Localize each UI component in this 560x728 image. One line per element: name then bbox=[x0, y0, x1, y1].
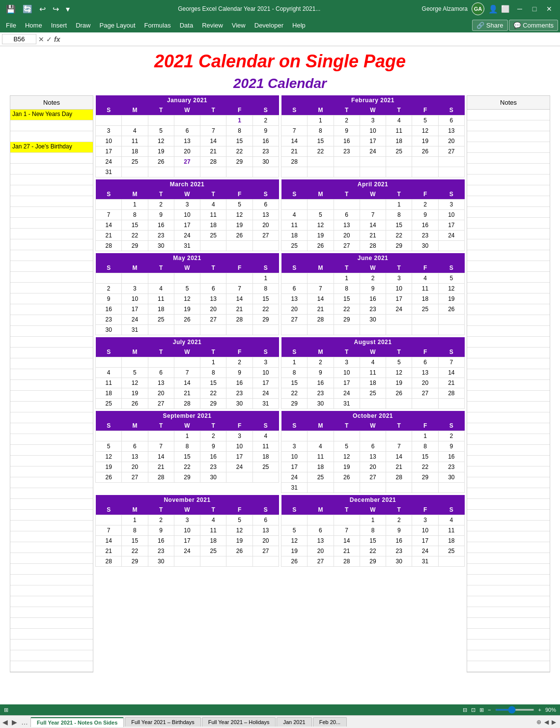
th: S bbox=[438, 505, 464, 515]
cal-cell: 31 bbox=[334, 399, 360, 409]
zoom-out-icon[interactable]: − bbox=[488, 707, 491, 713]
cal-cell bbox=[334, 200, 360, 210]
cal-cell: 29 bbox=[252, 315, 279, 325]
menu-insert[interactable]: Insert bbox=[47, 20, 71, 30]
user-avatar[interactable]: GA bbox=[472, 2, 484, 15]
menu-page-layout[interactable]: Page Layout bbox=[96, 20, 140, 30]
save-icon[interactable]: 💾 bbox=[4, 3, 18, 15]
th: W bbox=[360, 189, 386, 200]
normal-view-icon[interactable]: ⊟ bbox=[463, 707, 467, 713]
cal-cell: 23 bbox=[148, 231, 174, 241]
cal-cell: 30 bbox=[96, 325, 122, 335]
formula-input[interactable] bbox=[62, 34, 558, 44]
th: F bbox=[412, 347, 438, 357]
close-btn[interactable]: ✕ bbox=[542, 2, 556, 16]
menu-developer[interactable]: Developer bbox=[251, 20, 287, 30]
cancel-icon[interactable]: ✓ bbox=[46, 35, 52, 43]
cal-cell: 29 bbox=[281, 399, 308, 409]
menu-draw[interactable]: Draw bbox=[72, 20, 94, 30]
ribbon-collapse-btn[interactable]: ⬜ bbox=[498, 2, 512, 16]
quick-access-toolbar[interactable]: 💾 🔄 ↩ ↪ ▾ bbox=[4, 3, 72, 15]
table-row: 1234 bbox=[281, 515, 465, 525]
profile-icon[interactable]: 👤 bbox=[488, 4, 498, 14]
cal-cell bbox=[200, 167, 226, 177]
note-item-26 bbox=[10, 380, 93, 391]
th: T bbox=[200, 263, 226, 273]
th: M bbox=[122, 263, 148, 273]
tab-controls[interactable]: ⊕ ◀ ▶ bbox=[532, 719, 560, 726]
checkmark-icon[interactable]: ✕ bbox=[38, 35, 44, 43]
cal-cell: 2 bbox=[386, 515, 412, 525]
tab-nav-prev[interactable]: ◀ bbox=[1, 718, 9, 726]
scroll-left-icon[interactable]: ◀ bbox=[544, 719, 549, 726]
add-sheet-icon[interactable]: ⊕ bbox=[536, 719, 541, 726]
cal-cell: 16 bbox=[148, 536, 174, 546]
cal-cell: 21 bbox=[334, 546, 360, 556]
cal-cell bbox=[386, 431, 412, 441]
cal-cell bbox=[360, 325, 386, 335]
note-right-43 bbox=[467, 564, 550, 575]
menu-review[interactable]: Review bbox=[198, 20, 227, 30]
scroll-right-icon[interactable]: ▶ bbox=[552, 719, 556, 726]
cal-cell-highlight: 27 bbox=[174, 157, 200, 167]
tab-nav-next[interactable]: ▶ bbox=[10, 718, 19, 726]
cal-cell: 18 bbox=[148, 304, 174, 315]
menu-home[interactable]: Home bbox=[21, 20, 46, 30]
tab-jan-2021[interactable]: Jan 2021 bbox=[277, 717, 311, 727]
zoom-slider[interactable] bbox=[495, 709, 534, 711]
tab-full-year-birthdays[interactable]: Full Year 2021 – Birthdays bbox=[125, 717, 200, 727]
cal-cell: 30 bbox=[200, 472, 226, 483]
cal-cell: 29 bbox=[174, 472, 200, 483]
cell-reference[interactable]: B56 bbox=[2, 34, 36, 44]
tab-full-year-notes-on-sides[interactable]: Full Year 2021 - Notes On Sides bbox=[30, 717, 124, 727]
cal-cell: 17 bbox=[174, 220, 200, 231]
november-table: November 2021 SMTWTFS 123456 78910111213… bbox=[95, 495, 279, 567]
th: S bbox=[281, 189, 308, 200]
window-controls[interactable]: ⬜ ─ □ ✕ bbox=[498, 2, 556, 16]
menu-formulas[interactable]: Formulas bbox=[140, 20, 175, 30]
cal-cell: 9 bbox=[200, 441, 226, 452]
tab-feb-20[interactable]: Feb 20... bbox=[313, 717, 347, 727]
maximize-btn[interactable]: □ bbox=[528, 2, 541, 16]
menu-data[interactable]: Data bbox=[176, 20, 197, 30]
share-button[interactable]: 🔗 Share bbox=[472, 20, 507, 31]
cal-cell: 28 bbox=[174, 399, 200, 409]
tab-full-year-holidays[interactable]: Full Year 2021 – Holidays bbox=[202, 717, 276, 727]
may-header: May 2021 bbox=[96, 253, 279, 263]
menu-view[interactable]: View bbox=[228, 20, 250, 30]
tab-navigation[interactable]: ◀ ▶ … bbox=[0, 717, 30, 727]
cal-cell: 10 bbox=[122, 294, 148, 304]
fx-icon[interactable]: fx bbox=[54, 35, 60, 43]
table-row: 13141516171819 bbox=[281, 294, 465, 304]
th: T bbox=[200, 189, 226, 200]
cal-cell: 18 bbox=[200, 536, 226, 546]
cal-cell bbox=[412, 167, 438, 177]
note-right-37 bbox=[467, 499, 550, 510]
cal-cell bbox=[334, 431, 360, 441]
cal-cell: 8 bbox=[412, 441, 438, 452]
page-break-icon[interactable]: ⊞ bbox=[479, 707, 484, 713]
undo-icon[interactable]: ↩ bbox=[37, 3, 48, 15]
formula-icons[interactable]: ✕ ✓ fx bbox=[38, 35, 60, 43]
note-right-17 bbox=[467, 283, 550, 293]
cal-cell: 31 bbox=[412, 556, 438, 567]
table-row: 14151617181920 bbox=[96, 536, 279, 546]
cal-cell: 23 bbox=[438, 462, 464, 472]
cal-cell: 18 bbox=[252, 452, 279, 462]
th: M bbox=[122, 347, 148, 357]
menu-help[interactable]: Help bbox=[288, 20, 309, 30]
autosave-icon[interactable]: 🔄 bbox=[21, 3, 34, 15]
redo-icon[interactable]: ↪ bbox=[51, 3, 61, 15]
page-layout-icon[interactable]: ⊡ bbox=[471, 707, 476, 713]
comments-button[interactable]: 💬 Comments bbox=[509, 20, 558, 31]
customize-icon[interactable]: ▾ bbox=[64, 3, 72, 15]
table-row: 262728293031 bbox=[281, 556, 465, 567]
cal-cell: 8 bbox=[308, 126, 334, 136]
tab-nav-more[interactable]: … bbox=[20, 718, 29, 726]
minimize-btn[interactable]: ─ bbox=[513, 2, 527, 16]
zoom-in-icon[interactable]: + bbox=[538, 707, 541, 713]
menu-file[interactable]: File bbox=[2, 20, 20, 30]
th: W bbox=[174, 347, 200, 357]
month-november: November 2021 SMTWTFS 123456 78910111213… bbox=[95, 495, 279, 567]
october-header: October 2021 bbox=[281, 411, 465, 421]
